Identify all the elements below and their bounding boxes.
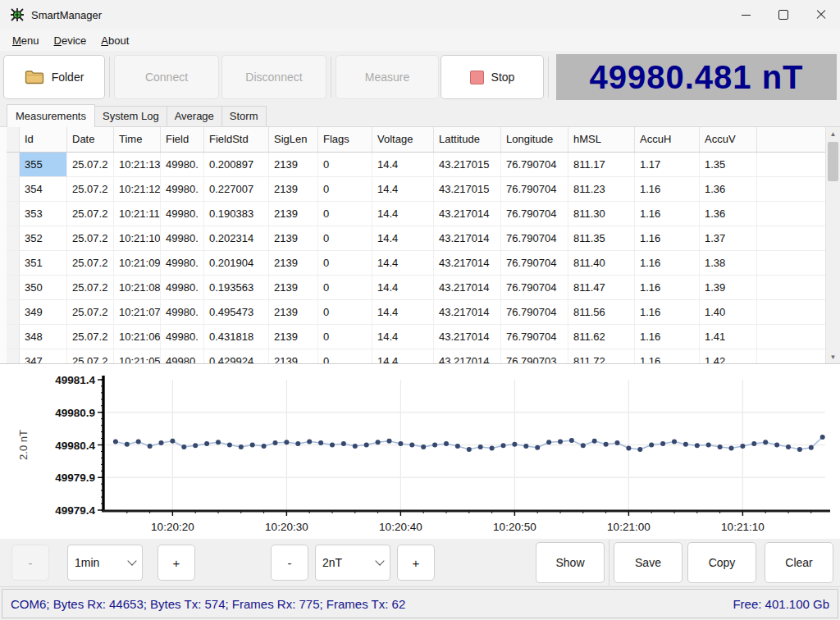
table-scrollbar[interactable]: ▲ ▼	[825, 127, 840, 363]
table-cell[interactable]: 76.790704	[501, 177, 568, 201]
table-cell[interactable]: 14.4	[372, 202, 434, 226]
column-header[interactable]: AccuH	[635, 127, 700, 152]
scroll-down-icon[interactable]: ▼	[826, 350, 840, 363]
table-cell[interactable]: 811.72	[568, 349, 635, 363]
table-cell[interactable]: 25.07.2	[67, 226, 114, 250]
table-cell[interactable]: 1.42	[700, 349, 757, 363]
table-cell[interactable]: 1.17	[635, 153, 700, 176]
table-cell[interactable]: 0	[318, 202, 372, 226]
table-cell[interactable]: 1.16	[635, 202, 700, 226]
table-cell[interactable]: 10:21:13	[114, 153, 161, 176]
table-cell[interactable]: 49980.	[161, 226, 204, 250]
table-cell[interactable]: 25.07.2	[67, 202, 114, 226]
column-header[interactable]: Date	[67, 127, 114, 152]
table-cell[interactable]: 14.4	[372, 153, 434, 176]
range-zoom-in-button[interactable]: +	[397, 545, 435, 581]
table-cell[interactable]: 76.790704	[501, 202, 568, 226]
tab-storm[interactable]: Storm	[221, 106, 267, 126]
table-cell[interactable]: 811.30	[568, 202, 635, 226]
table-row[interactable]: 35425.07.210:21:1249980.0.2270072139014.…	[7, 177, 840, 202]
maximize-button[interactable]	[765, 0, 802, 30]
table-cell[interactable]: 348	[20, 325, 67, 349]
table-cell[interactable]: 1.16	[635, 300, 700, 324]
table-cell[interactable]: 1.38	[700, 251, 757, 275]
table-cell[interactable]: 2139	[269, 177, 318, 201]
table-cell[interactable]: 0	[318, 153, 372, 176]
table-cell[interactable]: 25.07.2	[67, 300, 114, 324]
table-cell[interactable]: 2139	[269, 202, 318, 226]
table-cell[interactable]: 14.4	[372, 226, 434, 250]
table-cell[interactable]: 1.16	[635, 177, 700, 201]
table-cell[interactable]: 0.202314	[204, 226, 269, 250]
table-cell[interactable]: 0	[318, 177, 372, 201]
table-cell[interactable]: 25.07.2	[67, 177, 114, 201]
table-cell[interactable]: 1.16	[635, 251, 700, 275]
column-header[interactable]: Lattitude	[434, 127, 501, 152]
table-cell[interactable]: 76.790704	[501, 226, 568, 250]
table-cell[interactable]: 49980.	[161, 177, 204, 201]
table-row[interactable]: 34925.07.210:21:0749980.0.4954732139014.…	[7, 300, 840, 325]
table-cell[interactable]: 43.217014	[434, 276, 501, 299]
column-header[interactable]: Field	[161, 127, 204, 152]
table-cell[interactable]: 10:21:06	[114, 325, 161, 349]
table-cell[interactable]: 14.4	[372, 251, 434, 275]
table-cell[interactable]: 811.56	[568, 300, 635, 324]
table-cell[interactable]: 352	[20, 226, 67, 250]
table-cell[interactable]: 49980.	[161, 251, 204, 275]
table-row[interactable]: 35125.07.210:21:0949980.0.2019042139014.…	[7, 251, 840, 276]
menu-item-about[interactable]: About	[94, 32, 136, 49]
table-cell[interactable]: 10:21:09	[114, 251, 161, 275]
table-cell[interactable]: 76.790704	[501, 276, 568, 299]
table-cell[interactable]: 0.201904	[204, 251, 269, 275]
table-cell[interactable]: 349	[20, 300, 67, 324]
table-cell[interactable]: 25.07.2	[67, 349, 114, 363]
column-header[interactable]: SigLen	[269, 127, 318, 152]
table-cell[interactable]: 10:21:10	[114, 226, 161, 250]
column-header[interactable]: Id	[20, 127, 67, 152]
close-button[interactable]	[802, 0, 840, 30]
column-header[interactable]: Voltage	[372, 127, 434, 152]
menu-item-menu[interactable]: Menu	[5, 32, 47, 49]
table-cell[interactable]: 1.16	[635, 226, 700, 250]
table-cell[interactable]: 10:21:05	[114, 349, 161, 363]
table-cell[interactable]: 25.07.2	[67, 325, 114, 349]
range-select[interactable]: 2nT	[315, 545, 390, 581]
stop-button[interactable]: Stop	[441, 55, 544, 99]
table-cell[interactable]: 43.217014	[434, 202, 501, 226]
scroll-up-icon[interactable]: ▲	[826, 127, 840, 140]
table-cell[interactable]: 1.16	[635, 349, 700, 363]
table-cell[interactable]: 14.4	[372, 276, 434, 299]
table-cell[interactable]: 49980.	[161, 300, 204, 324]
table-cell[interactable]: 2139	[269, 300, 318, 324]
table-cell[interactable]: 0.431818	[204, 325, 269, 349]
table-cell[interactable]: 2139	[269, 349, 318, 363]
table-cell[interactable]: 43.217014	[434, 349, 501, 363]
table-cell[interactable]: 43.217014	[434, 251, 501, 275]
measure-button[interactable]: Measure	[336, 55, 439, 99]
tab-system-log[interactable]: System Log	[94, 106, 167, 126]
table-cell[interactable]: 49980.	[161, 153, 204, 176]
table-cell[interactable]: 0.495473	[204, 300, 269, 324]
table-cell[interactable]: 1.16	[635, 276, 700, 299]
disconnect-button[interactable]: Disconnect	[221, 55, 326, 99]
table-cell[interactable]: 0.193563	[204, 276, 269, 299]
table-cell[interactable]: 2139	[269, 226, 318, 250]
folder-button[interactable]: Folder	[3, 55, 105, 99]
table-cell[interactable]: 354	[20, 177, 67, 201]
table-cell[interactable]: 1.41	[700, 325, 757, 349]
table-cell[interactable]: 10:21:11	[114, 202, 161, 226]
table-row[interactable]: 35525.07.210:21:1349980.0.2008972139014.…	[7, 153, 840, 177]
table-cell[interactable]: 811.23	[568, 177, 635, 201]
table-cell[interactable]: 49980.	[161, 325, 204, 349]
table-cell[interactable]: 76.790704	[501, 251, 568, 275]
table-cell[interactable]: 25.07.2	[67, 276, 114, 299]
table-cell[interactable]: 1.39	[700, 276, 757, 299]
table-cell[interactable]: 43.217014	[434, 325, 501, 349]
table-cell[interactable]: 0.227007	[204, 177, 269, 201]
table-cell[interactable]: 0.429924	[204, 349, 269, 363]
table-cell[interactable]: 2139	[269, 251, 318, 275]
table-cell[interactable]: 10:21:12	[114, 177, 161, 201]
column-header[interactable]: Time	[114, 127, 161, 152]
table-cell[interactable]: 14.4	[372, 177, 434, 201]
copy-button[interactable]: Copy	[687, 542, 756, 583]
